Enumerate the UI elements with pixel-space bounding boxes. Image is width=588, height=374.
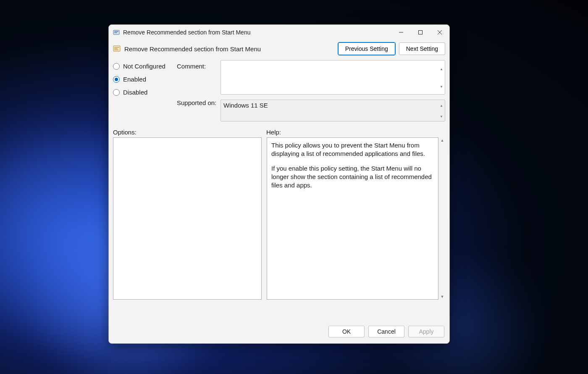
maximize-button[interactable] — [411, 25, 430, 40]
scroll-up-icon[interactable]: ▲ — [441, 138, 444, 142]
comment-scrollbar[interactable]: ▲ ▼ — [438, 61, 445, 95]
help-text-paragraph: If you enable this policy setting, the S… — [271, 164, 434, 190]
scroll-down-icon[interactable]: ▼ — [441, 295, 444, 299]
radio-enabled[interactable]: Enabled — [113, 76, 177, 83]
help-panel: This policy allows you to prevent the St… — [267, 137, 438, 300]
options-label: Options: — [113, 129, 266, 136]
svg-rect-4 — [419, 31, 423, 34]
window-controls — [391, 25, 449, 40]
policy-name: Remove Recommended section from Start Me… — [124, 45, 261, 53]
titlebar: Remove Recommended section from Start Me… — [109, 25, 449, 40]
previous-setting-button[interactable]: Previous Setting — [338, 42, 395, 55]
next-setting-button[interactable]: Next Setting — [399, 42, 445, 55]
apply-button[interactable]: Apply — [408, 326, 444, 337]
dialog-footer: OK Cancel Apply — [109, 320, 449, 343]
close-button[interactable] — [430, 25, 449, 40]
scroll-down-icon[interactable]: ▼ — [438, 78, 445, 96]
policy-icon — [113, 45, 121, 53]
scroll-down-icon[interactable]: ▼ — [438, 111, 445, 123]
field-inputs-column: ▲ ▼ ▲ ▼ — [220, 60, 445, 123]
radio-disabled[interactable]: Disabled — [113, 89, 177, 96]
supported-scrollbar[interactable]: ▲ ▼ — [438, 100, 445, 122]
help-text-paragraph: This policy allows you to prevent the St… — [271, 141, 434, 158]
scroll-up-icon[interactable]: ▲ — [438, 100, 445, 111]
help-label: Help: — [266, 129, 445, 136]
radio-icon — [113, 89, 120, 96]
comment-label: Comment: — [177, 63, 206, 70]
svg-rect-8 — [114, 47, 119, 47]
comment-input[interactable] — [220, 60, 445, 95]
field-labels-column: Comment: Supported on: — [177, 60, 220, 123]
supported-on-field — [220, 100, 445, 121]
scroll-up-icon[interactable]: ▲ — [438, 61, 445, 78]
options-panel — [113, 137, 262, 300]
radio-not-configured[interactable]: Not Configured — [113, 63, 177, 70]
radio-label: Disabled — [123, 89, 147, 96]
policy-window-icon — [113, 29, 120, 36]
radio-label: Not Configured — [123, 63, 165, 70]
radio-icon — [113, 76, 120, 83]
radio-icon — [113, 63, 120, 70]
panel-headers-row: Options: Help: — [109, 123, 449, 137]
supported-on-label: Supported on: — [177, 99, 220, 106]
svg-rect-9 — [114, 48, 118, 49]
state-radio-group: Not Configured Enabled Disabled — [113, 60, 177, 123]
svg-rect-2 — [114, 32, 117, 33]
policy-header-row: Remove Recommended section from Start Me… — [109, 40, 449, 58]
svg-rect-1 — [114, 31, 118, 32]
cancel-button[interactable]: Cancel — [368, 326, 404, 337]
ok-button[interactable]: OK — [328, 326, 365, 337]
radio-label: Enabled — [123, 76, 146, 83]
help-scrollbar[interactable]: ▲ ▼ — [439, 137, 445, 300]
window-title: Remove Recommended section from Start Me… — [123, 29, 250, 36]
panels-row: This policy allows you to prevent the St… — [109, 137, 449, 320]
minimize-button[interactable] — [391, 25, 411, 40]
policy-dialog-window: Remove Recommended section from Start Me… — [108, 24, 450, 344]
svg-rect-10 — [114, 50, 118, 50]
settings-upper-grid: Not Configured Enabled Disabled Comment:… — [109, 58, 449, 123]
